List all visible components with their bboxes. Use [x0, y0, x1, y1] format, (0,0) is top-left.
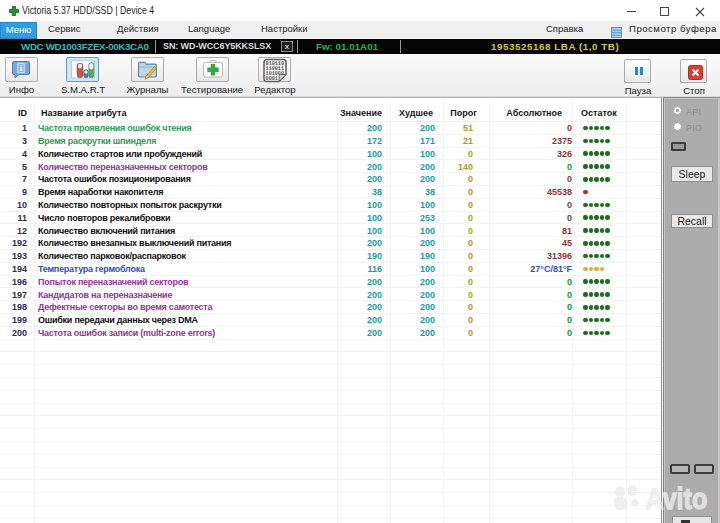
svg-text:0001: 0001 — [266, 76, 278, 82]
